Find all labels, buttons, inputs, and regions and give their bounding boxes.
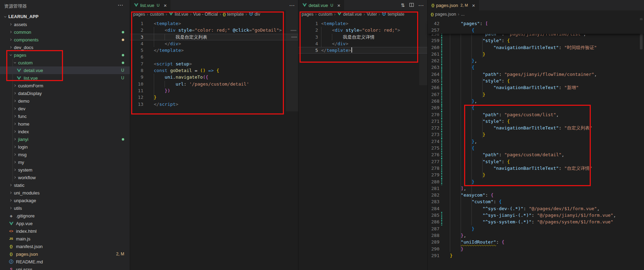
code-line[interactable]: 286 "^sys-system-(.*)": "@/pages/system/… <box>428 219 644 225</box>
split-editor-icon[interactable] <box>409 2 414 8</box>
tree-item-msg[interactable]: msg <box>0 151 130 158</box>
code-line[interactable]: 257 { <box>428 27 644 33</box>
tree-item-custom[interactable]: custom <box>0 59 130 66</box>
breadcrumb-item[interactable]: Vue - Official <box>193 12 218 17</box>
code-line[interactable]: 260 "navigationBarTitleText": "时间组件验证" <box>428 44 644 51</box>
code-line[interactable]: 7<script setup> <box>130 61 298 67</box>
tree-item-index[interactable]: index <box>0 128 130 135</box>
code-line[interactable]: 266 "navigationBarTitleText": "新增" <box>428 84 644 91</box>
code-line[interactable]: 5</template> <box>130 47 298 54</box>
code-line[interactable]: 2 <div style="color: red;"> <box>299 27 427 33</box>
tree-item-pages[interactable]: pages <box>0 51 130 59</box>
code-line[interactable]: 291} <box>428 252 644 259</box>
code-area[interactable]: 1<template>2 <div style="color: red;">3 … <box>299 20 427 54</box>
breadcrumb-item[interactable]: pages <box>133 12 145 17</box>
tab-listvue[interactable]: list.vueU× <box>130 0 170 10</box>
tree-item-assets[interactable]: assets <box>0 21 130 28</box>
code-line[interactable]: 5</template> <box>299 47 427 54</box>
code-line[interactable]: 289 "uniIdRouter": { <box>428 239 644 245</box>
more-actions-icon[interactable]: ⋯ <box>118 2 124 8</box>
code-area[interactable]: 1<template>2 <div style="color: red;" @c… <box>130 20 298 108</box>
tree-item-customform[interactable]: customForm <box>0 82 130 89</box>
code-line[interactable]: 10 url: '/pages/custom/detail' <box>130 81 298 87</box>
breadcrumb-item[interactable]: ... <box>461 12 464 17</box>
tree-item-demo[interactable]: demo <box>0 97 130 105</box>
code-line[interactable]: 2 <div style="color: red;" @click="goDet… <box>130 27 298 33</box>
tab-detailvue[interactable]: detail.vueU× <box>299 0 344 10</box>
code-line[interactable]: 4 </div> <box>130 40 298 47</box>
close-icon[interactable]: × <box>164 3 167 8</box>
breadcrumb-item[interactable]: custom <box>150 12 164 17</box>
code-line[interactable]: 262 }, <box>428 57 644 64</box>
tree-item-login[interactable]: login <box>0 143 130 151</box>
breadcrumb-item[interactable]: template <box>382 11 404 17</box>
code-line[interactable]: 3 我是自定义列表 <box>130 34 298 40</box>
code-line[interactable]: 6 <box>130 54 298 60</box>
code-line[interactable]: 284 "^sys-dev-(.*)": "@/pages/dev/$1/for… <box>428 205 644 212</box>
code-line[interactable]: 265 "style": { <box>428 78 644 84</box>
tree-item-static[interactable]: static <box>0 181 130 189</box>
code-area[interactable]: 258 "path" : "pages/jianyi/flowTime/list… <box>428 31 644 259</box>
code-line[interactable]: 275 { <box>428 145 644 151</box>
tree-item-dev-docs[interactable]: dev_docs <box>0 43 130 51</box>
tree-item-readme-md[interactable]: iREADME.md <box>0 258 130 265</box>
tree-item-utils[interactable]: utils <box>0 204 130 212</box>
tree-item-jianyi[interactable]: jianyi <box>0 135 130 143</box>
code-line[interactable]: 277 "style": { <box>428 158 644 165</box>
code-line[interactable]: 9 uni.navigateTo({ <box>130 74 298 80</box>
tree-item-workflow[interactable]: workflow <box>0 174 130 181</box>
breadcrumb-item[interactable]: custom <box>318 12 332 17</box>
tree-item-common[interactable]: common <box>0 28 130 36</box>
close-icon[interactable]: × <box>472 3 475 8</box>
code-line[interactable]: 261 } <box>428 51 644 57</box>
tree-item-root[interactable]: LEARUN_APP <box>0 13 130 21</box>
code-line[interactable]: 42 "pages": [ <box>428 20 644 27</box>
tree-item-main-js[interactable]: JSmain.js <box>0 235 130 243</box>
breadcrumb-item[interactable]: detail.vue <box>337 12 362 17</box>
close-icon[interactable]: × <box>337 3 341 8</box>
code-line[interactable]: 259 "style": { <box>428 37 644 44</box>
code-line[interactable]: 276 "path": "pages/custom/detail", <box>428 151 644 158</box>
code-line[interactable]: 272 "navigationBarTitleText": "自定义列表" <box>428 125 644 131</box>
code-line[interactable]: 268 }, <box>428 98 644 104</box>
code-line[interactable]: 273 } <box>428 131 644 138</box>
sticky-scroll[interactable]: 42 "pages": [257 { <box>428 20 644 34</box>
code-line[interactable]: 3 我是自定义详情 <box>299 34 427 40</box>
tree-item-components[interactable]: components <box>0 36 130 43</box>
breadcrumb-item[interactable]: pages <box>302 12 313 17</box>
code-line[interactable]: 290 } <box>428 246 644 252</box>
code-line[interactable]: 11 }) <box>130 87 298 94</box>
tree-item-my[interactable]: my <box>0 158 130 166</box>
code-line[interactable]: 287 } <box>428 225 644 232</box>
tree-item-uni-scss[interactable]: Suni.scss <box>0 265 130 270</box>
breadcrumb-item[interactable]: {}template <box>223 12 244 17</box>
code-line[interactable]: 281 ], <box>428 185 644 192</box>
more-actions-icon[interactable]: ⋯ <box>289 2 295 9</box>
tree-item-manifest-json[interactable]: {}manifest.json <box>0 243 130 250</box>
tree-item-unpackage[interactable]: unpackage <box>0 197 130 204</box>
tree-item-func[interactable]: func <box>0 112 130 120</box>
code-line[interactable]: 269 { <box>428 104 644 111</box>
breadcrumb-item[interactable]: div <box>249 11 260 17</box>
breadcrumb-item[interactable]: Vuter <box>367 12 377 17</box>
tree-item-dev[interactable]: dev <box>0 105 130 112</box>
breadcrumb-item[interactable]: list.vue <box>169 12 188 17</box>
code-line[interactable]: 13</script> <box>130 101 298 108</box>
code-line[interactable]: 12} <box>130 94 298 101</box>
code-line[interactable]: 1<template> <box>299 20 427 27</box>
tab-pagesjson[interactable]: {}pages.json2, M× <box>428 0 479 10</box>
code-line[interactable]: 264 "path": "pages/jianyi/flowTime/conta… <box>428 71 644 78</box>
tree-item-pages-json[interactable]: {}pages.json2, M <box>0 250 130 258</box>
tree-item-app-vue[interactable]: App.vue <box>0 220 130 227</box>
code-line[interactable]: 285 "^sys-jianyi-(.*)": "@/pages/jianyi/… <box>428 212 644 219</box>
code-line[interactable]: 288 }, <box>428 232 644 239</box>
more-actions-icon[interactable]: ⋯ <box>418 2 424 9</box>
code-line[interactable]: 267 } <box>428 91 644 98</box>
code-line[interactable]: 271 "style": { <box>428 118 644 125</box>
code-line[interactable]: 274 }, <box>428 138 644 145</box>
code-line[interactable]: 282 "easycom": { <box>428 192 644 198</box>
tree-item-uni-modules[interactable]: uni_modules <box>0 189 130 197</box>
tree-item-index-html[interactable]: <>index.html <box>0 227 130 235</box>
code-line[interactable]: 283 "custom": { <box>428 198 644 205</box>
code-line[interactable]: 1<template> <box>130 20 298 27</box>
